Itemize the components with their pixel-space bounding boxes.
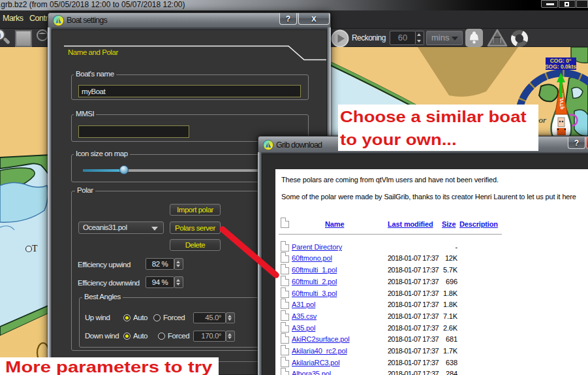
svg-text:n: n	[0, 31, 1, 40]
svg-text:T: T	[32, 244, 38, 253]
svg-text:SOG: 0.0kts: SOG: 0.0kts	[545, 63, 576, 70]
